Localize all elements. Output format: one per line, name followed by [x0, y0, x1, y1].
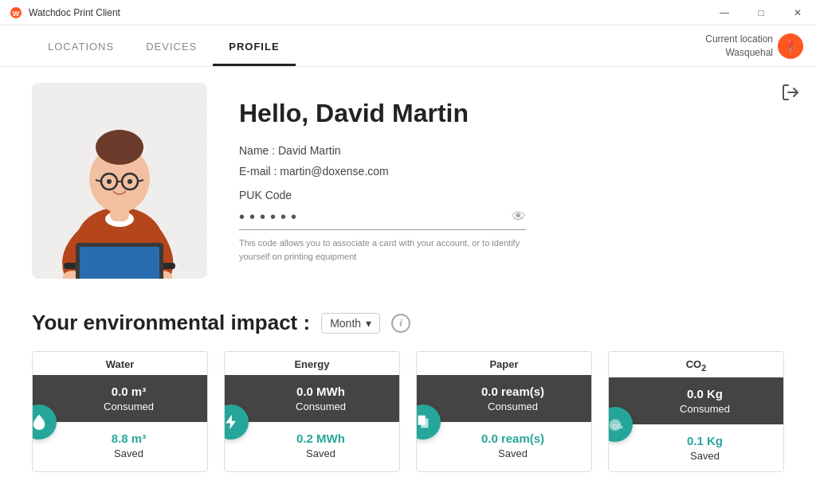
co2-consumed-label: Consumed — [633, 402, 777, 416]
avatar-area — [32, 83, 207, 279]
co2-card: CO2 CO₂ 0.0 Kg Consumed 0.1 Kg Saved — [608, 351, 784, 472]
svg-point-13 — [107, 179, 112, 184]
energy-consumed-value: 0.0 MWh — [249, 383, 393, 400]
tab-locations[interactable]: LOCATIONS — [32, 29, 130, 66]
current-location-label: Current location — [705, 33, 773, 46]
eye-icon[interactable]: 👁 — [512, 209, 526, 225]
env-title: Your environmental impact : — [32, 311, 310, 335]
paper-card: Paper 0.0 ream(s) Consumed 0.0 ream(s) S… — [416, 351, 592, 472]
location-pin-icon[interactable]: 📍 — [778, 33, 803, 59]
tab-profile[interactable]: PROFILE — [213, 29, 295, 66]
puk-input-row: •••••• 👁 — [239, 208, 526, 230]
period-value: Month — [330, 317, 361, 330]
co2-card-title: CO2 — [609, 352, 783, 377]
paper-consumed-value: 0.0 ream(s) — [441, 383, 585, 400]
profile-info: Hello, David Martin Name : David Martin … — [207, 83, 768, 279]
app-title: Watchdoc Print Client — [29, 7, 120, 18]
svg-text:CO₂: CO₂ — [612, 422, 623, 429]
water-consumed-value: 0.0 m³ — [57, 383, 201, 400]
water-card-title: Water — [33, 352, 207, 375]
svg-rect-22 — [421, 419, 428, 428]
energy-card: Energy 0.0 MWh Consumed 0.2 MWh Saved — [224, 351, 400, 472]
logout-icon[interactable] — [781, 83, 800, 107]
paper-consumed-label: Consumed — [441, 400, 585, 414]
paper-card-title: Paper — [417, 352, 591, 375]
puk-dots: •••••• — [239, 208, 512, 226]
energy-saved: 0.2 MWh Saved — [225, 422, 399, 469]
env-section: Your environmental impact : Month ▾ i Wa… — [0, 295, 816, 488]
window-controls: — □ ✕ — [706, 0, 816, 25]
env-header: Your environmental impact : Month ▾ i — [32, 311, 784, 335]
tab-devices[interactable]: DEVICES — [130, 29, 213, 66]
paper-saved-value: 0.0 ream(s) — [441, 430, 585, 447]
current-location: Current location Wasquehal 📍 — [705, 33, 803, 60]
paper-saved-label: Saved — [441, 447, 585, 461]
water-card-body: 0.0 m³ Consumed 8.8 m³ Saved — [33, 375, 207, 469]
water-saved: 8.8 m³ Saved — [33, 422, 207, 469]
svg-point-14 — [128, 179, 132, 184]
co2-card-body: CO₂ 0.0 Kg Consumed 0.1 Kg Saved — [609, 377, 783, 471]
water-card: Water 0.0 m³ Consumed 8.8 m³ Saved — [32, 351, 208, 472]
close-button[interactable]: ✕ — [779, 0, 816, 25]
svg-text:W: W — [13, 10, 20, 18]
energy-saved-label: Saved — [249, 447, 393, 461]
co2-saved-label: Saved — [633, 449, 777, 463]
water-consumed: 0.0 m³ Consumed — [33, 375, 207, 422]
app-logo: W — [10, 6, 22, 19]
profile-greeting: Hello, David Martin — [239, 99, 736, 128]
profile-email: E-mail : martin@doxense.com — [239, 165, 736, 178]
energy-consumed: 0.0 MWh Consumed — [225, 375, 399, 422]
minimize-button[interactable]: — — [706, 0, 743, 25]
paper-card-body: 0.0 ream(s) Consumed 0.0 ream(s) Saved — [417, 375, 591, 469]
water-saved-label: Saved — [57, 447, 201, 461]
title-bar: W Watchdoc Print Client — □ ✕ — [0, 0, 816, 25]
puk-label: PUK Code — [239, 189, 736, 201]
paper-saved: 0.0 ream(s) Saved — [417, 422, 591, 469]
co2-saved: 0.1 Kg Saved — [609, 424, 783, 471]
energy-saved-value: 0.2 MWh — [249, 430, 393, 447]
avatar — [48, 88, 191, 279]
co2-saved-value: 0.1 Kg — [633, 432, 777, 449]
water-consumed-label: Consumed — [57, 400, 201, 414]
paper-consumed: 0.0 ream(s) Consumed — [417, 375, 591, 422]
profile-name: Name : David Martin — [239, 144, 736, 157]
main-content: Hello, David Martin Name : David Martin … — [0, 67, 816, 504]
energy-card-body: 0.0 MWh Consumed 0.2 MWh Saved — [225, 375, 399, 469]
energy-consumed-label: Consumed — [249, 400, 393, 414]
svg-rect-19 — [80, 247, 159, 279]
co2-consumed: 0.0 Kg Consumed — [609, 377, 783, 424]
water-saved-value: 8.8 m³ — [57, 430, 201, 447]
energy-card-title: Energy — [225, 352, 399, 375]
info-icon[interactable]: i — [391, 314, 410, 333]
maximize-button[interactable]: □ — [743, 0, 779, 25]
cards-row: Water 0.0 m³ Consumed 8.8 m³ Saved — [32, 351, 784, 472]
dropdown-chevron-icon: ▾ — [366, 317, 371, 330]
profile-section: Hello, David Martin Name : David Martin … — [0, 67, 816, 295]
period-select[interactable]: Month ▾ — [321, 313, 380, 334]
svg-point-7 — [108, 130, 131, 152]
nav-bar: LOCATIONS DEVICES PROFILE Current locati… — [0, 25, 816, 67]
co2-consumed-value: 0.0 Kg — [633, 385, 777, 402]
puk-hint: This code allows you to associate a card… — [239, 236, 526, 263]
location-name: Wasquehal — [705, 46, 773, 60]
